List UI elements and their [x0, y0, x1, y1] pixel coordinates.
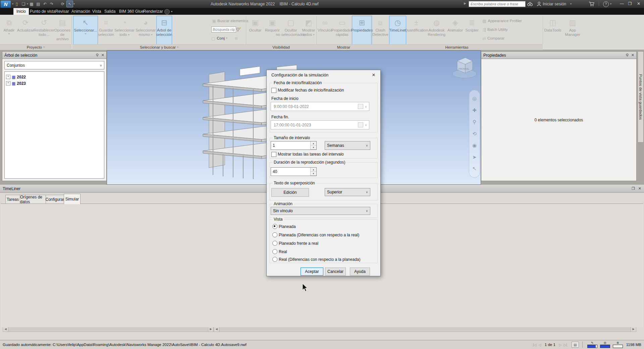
close-button[interactable]: ✕ — [635, 1, 642, 7]
datatools-button[interactable]: ◫DataTools — [545, 16, 561, 44]
search-expand-icon[interactable]: ▶ — [464, 2, 466, 5]
radio-real-diferencias[interactable] — [272, 257, 277, 262]
spin-up-icon[interactable]: ▲ — [311, 141, 316, 146]
user-icon[interactable] — [537, 2, 541, 6]
saved-viewpoints-tab[interactable]: Puntos de vista guardados — [638, 51, 644, 142]
cancelar-button[interactable]: Cancelar — [325, 268, 346, 276]
viewcube[interactable]: FRONTAL — [451, 54, 478, 80]
radio-planeada-diferencias[interactable] — [272, 232, 277, 237]
maximize-button[interactable]: ❐ — [627, 1, 633, 7]
app-menu-caret-icon[interactable]: ▾ — [12, 3, 13, 5]
radio-real[interactable] — [272, 249, 277, 254]
calendar-icon[interactable] — [358, 122, 363, 127]
propiedades-button[interactable]: ⊞Propiedades — [352, 16, 372, 45]
expand-icon[interactable]: + — [6, 75, 10, 79]
start-date-field[interactable]: ∨ — [271, 102, 369, 111]
mostrar-todos-button[interactable]: ◩Mostrartodos▾ — [301, 16, 316, 44]
minimize-button[interactable]: — — [619, 1, 625, 7]
playback-duration-spinner[interactable]: ▲▼ — [271, 167, 317, 176]
group-proyecto[interactable]: Proyecto▾ — [0, 44, 71, 50]
ayuda-button[interactable]: Ayuda — [350, 268, 370, 276]
interval-size-spinner[interactable]: ▲▼ — [271, 141, 317, 150]
vinculos-button[interactable]: ∞Vínculos — [318, 16, 332, 44]
seleccionar-todo-button[interactable]: ◔Seleccionartodo▾ — [114, 16, 135, 44]
buscar-elementos-button[interactable]: ▣Buscar elementos — [212, 17, 248, 24]
help-caret-icon[interactable]: ▾ — [610, 3, 611, 5]
quick-search-input[interactable] — [211, 26, 236, 33]
ribbon-display-icon[interactable] — [164, 9, 170, 14]
playback-duration-input[interactable] — [271, 168, 310, 176]
show-all-tasks-checkbox[interactable] — [271, 152, 276, 157]
float-panel-icon[interactable]: ❐ — [632, 186, 635, 191]
timeliner-tab-configurar[interactable]: Configurar — [46, 195, 64, 204]
fly-icon[interactable]: ➤ — [472, 154, 477, 160]
close-panel-icon[interactable]: ✕ — [101, 53, 104, 57]
spin-up-icon[interactable]: ▲ — [311, 168, 316, 172]
sign-in-button[interactable]: Iniciar sesión — [543, 2, 566, 6]
interval-unit-select[interactable]: Semanas∨ — [325, 141, 370, 150]
conjuntos-dropdown[interactable]: ▢Conj▾ — [211, 35, 227, 42]
tree-scope-dropdown[interactable]: Conjuntos∨ — [4, 61, 104, 69]
quantification-button[interactable]: ±Quantification — [406, 16, 426, 44]
steering-wheel-icon[interactable]: ◎ — [472, 96, 477, 102]
redo-icon[interactable]: ↷ — [49, 1, 55, 7]
calendar-icon[interactable] — [358, 104, 363, 109]
requerir-button[interactable]: ▣Requerir — [264, 16, 281, 44]
autodesk-rendering-button[interactable]: ◍AutodeskRendering — [427, 16, 446, 44]
help-search-input[interactable] — [469, 1, 526, 7]
animator-button[interactable]: ◈Animator — [447, 16, 464, 44]
close-panel-icon[interactable]: ✕ — [638, 186, 641, 191]
timeliner-tab-tareas[interactable]: Tareas — [5, 195, 20, 204]
overlay-edit-button[interactable]: Edición — [271, 188, 309, 197]
aceptar-button[interactable]: Aceptar — [301, 268, 323, 276]
save-icon[interactable]: ▦ — [29, 1, 35, 7]
comparar-button[interactable]: ⇄Comparar — [482, 35, 504, 42]
radio-planeado-frente-real[interactable] — [272, 241, 277, 246]
ocultar-button[interactable]: ▣Ocultar — [247, 16, 263, 44]
seleccionar-button[interactable]: ↖Seleccionar...▾ — [73, 16, 98, 45]
spin-down-icon[interactable]: ▼ — [311, 146, 316, 150]
cart-icon[interactable] — [589, 2, 594, 6]
timeliner-button[interactable]: ◷TimeLiner — [389, 16, 406, 45]
print-icon[interactable]: ▤ — [35, 1, 41, 7]
timeliner-tab-origenes[interactable]: Orígenes de datos — [20, 195, 46, 204]
expand-icon[interactable]: + — [6, 81, 10, 85]
scripter-button[interactable]: ≣Scripter — [464, 16, 480, 44]
timeliner-tab-simular[interactable]: Simular — [64, 194, 80, 204]
properties-header[interactable]: Propiedades ⚲✕ — [481, 51, 637, 59]
overlay-position-select[interactable]: Superior∨ — [325, 188, 370, 196]
first-sheet-icon[interactable]: |◁ — [533, 343, 536, 347]
zoom-icon[interactable]: ⚲ — [473, 119, 476, 125]
open-file-icon[interactable]: ❏ — [20, 1, 26, 7]
look-icon[interactable]: ◉ — [472, 142, 477, 149]
propiedades-rapidas-button[interactable]: ▭Propiedadesrápidas — [333, 16, 351, 44]
batch-utility-button[interactable]: ⇶Batch Utility — [482, 26, 508, 33]
ribbon-display-caret-icon[interactable]: ▾ — [171, 10, 172, 13]
start-date-input[interactable] — [273, 104, 341, 109]
sign-in-caret-icon[interactable]: ▾ — [570, 3, 572, 5]
app-manager-button[interactable]: ▥App Manager — [562, 16, 583, 44]
open-caret-icon[interactable]: ▾ — [27, 3, 28, 5]
select-tool-icon[interactable]: ↖ — [66, 1, 73, 7]
ocultar-no-seleccionados-button[interactable]: ▢Ocultarno seleccionados — [281, 16, 300, 44]
tree-item[interactable]: + ▦ 2023 — [6, 80, 103, 86]
pin-icon[interactable]: ⚲ — [96, 53, 99, 57]
seleccionar-mismo-button[interactable]: ◕Seleccionarmismo▾ — [136, 16, 156, 44]
end-date-input[interactable] — [273, 122, 341, 128]
select-icon[interactable]: ↖ — [472, 166, 477, 172]
anadir-button[interactable]: ⧉Añadir▾ — [1, 16, 17, 44]
qat-caret-icon[interactable]: ▾ — [73, 3, 75, 5]
opciones-archivo-button[interactable]: ▤Opcionesde archivo — [54, 16, 70, 44]
interval-size-input[interactable] — [271, 141, 310, 150]
appearance-profiler-button[interactable]: ▩Appearance Profiler — [482, 17, 522, 24]
next-sheet-icon[interactable]: ▷ — [559, 343, 562, 347]
selection-inspector-button[interactable]: ⧈ — [235, 35, 237, 42]
orbit-icon[interactable]: ⟲ — [472, 131, 477, 137]
actualizar-button[interactable]: ⟳Actualizar — [17, 16, 34, 44]
arbol-seleccion-button[interactable]: ⊟Árbol deselección — [156, 16, 172, 45]
guardar-seleccion-button[interactable]: ⌗Guardarselección — [99, 16, 113, 44]
tab-renderizar[interactable]: Renderizar — [140, 8, 166, 15]
close-panel-icon[interactable]: ✕ — [631, 53, 634, 57]
tree-item[interactable]: + ▦ 2022 — [6, 74, 103, 80]
navisworks-logo[interactable]: N — [1, 1, 11, 8]
